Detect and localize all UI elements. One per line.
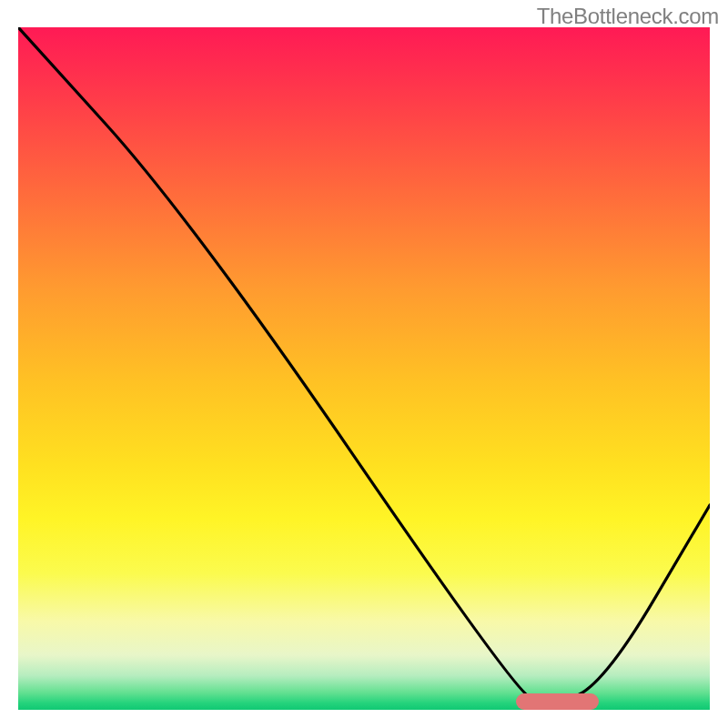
optimal-range-marker [516,693,599,710]
watermark-text: TheBottleneck.com [537,4,719,29]
chart-curve [18,27,710,710]
chart-plot-area [18,27,710,710]
